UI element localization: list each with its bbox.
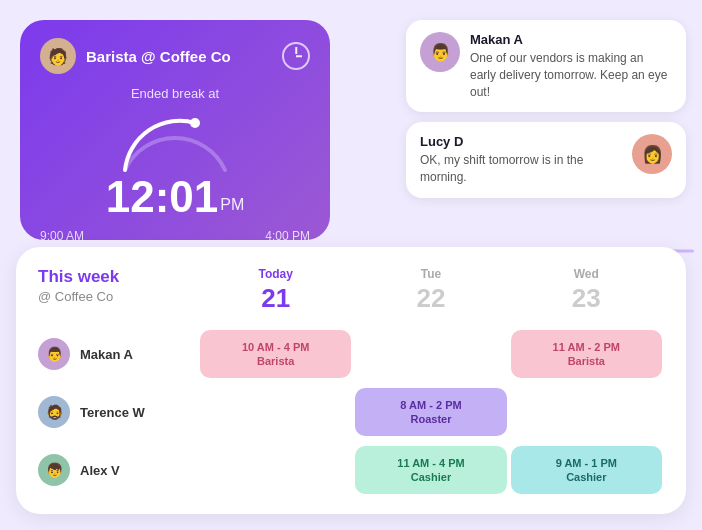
shift-terence-tue: 8 AM - 2 PMRoaster [355, 388, 506, 436]
svg-point-0 [190, 118, 200, 128]
shift-cells-makan: 10 AM - 4 PMBarista 11 AM - 2 PMBarista [198, 330, 664, 378]
avatar-lucy-chat: 👩 [632, 134, 672, 174]
chat-bubble-makan: 👨 Makan A One of our vendors is making a… [406, 20, 686, 112]
shift-alex-wed: 9 AM - 1 PMCashier [511, 446, 662, 494]
purple-card-title: Barista @ Coffee Co [86, 48, 231, 65]
chat-content-lucy: Lucy D OK, my shift tomorrow is in the m… [420, 134, 622, 186]
avatar-alex-schedule: 👦 [38, 454, 70, 486]
day-num-tue: 22 [353, 283, 508, 314]
person-info-terence: 🧔 Terence W [38, 396, 198, 428]
break-time-value: 12:01 [106, 175, 219, 219]
arc-container [115, 105, 235, 175]
scene: 🧑 Barista @ Coffee Co Ended break at 12:… [0, 0, 702, 530]
break-time-ampm: PM [220, 197, 244, 213]
day-num-today: 21 [198, 283, 353, 314]
shift-alex-today [200, 446, 351, 494]
purple-card: 🧑 Barista @ Coffee Co Ended break at 12:… [20, 20, 330, 240]
chat-message-lucy: OK, my shift tomorrow is in the morning. [420, 152, 622, 186]
shift-cells-alex: 11 AM - 4 PMCashier 9 AM - 1 PMCashier [198, 446, 664, 494]
time-start: 9:00 AM [40, 229, 84, 243]
avatar-makan-schedule: 👨 [38, 338, 70, 370]
day-label-wed: Wed [509, 267, 664, 281]
this-week-label: This week [38, 267, 198, 287]
schedule-row-alex: 👦 Alex V 11 AM - 4 PMCashier 9 AM - 1 PM… [38, 446, 664, 494]
break-time-display: 12:01 PM [40, 175, 310, 219]
shift-terence-today [200, 388, 351, 436]
person-name-makan: Makan A [80, 347, 133, 362]
avatar-barista: 🧑 [40, 38, 76, 74]
shift-makan-tue [355, 330, 506, 378]
chat-sender-makan: Makan A [470, 32, 672, 47]
chat-bubble-lucy: 👩 Lucy D OK, my shift tomorrow is in the… [406, 122, 686, 198]
time-end: 4:00 PM [265, 229, 310, 243]
day-label-today: Today [198, 267, 353, 281]
person-info-makan: 👨 Makan A [38, 338, 198, 370]
break-label: Ended break at [40, 86, 310, 101]
header-left: 🧑 Barista @ Coffee Co [40, 38, 231, 74]
schedule-title-area: This week @ Coffee Co [38, 267, 198, 314]
shift-terence-wed [511, 388, 662, 436]
person-name-alex: Alex V [80, 463, 120, 478]
chat-content-makan: Makan A One of our vendors is making an … [470, 32, 672, 100]
person-info-alex: 👦 Alex V [38, 454, 198, 486]
schedule-row-makan: 👨 Makan A 10 AM - 4 PMBarista 11 AM - 2 … [38, 330, 664, 378]
day-num-wed: 23 [509, 283, 664, 314]
time-range: 9:00 AM 4:00 PM [40, 229, 310, 243]
shift-alex-tue: 11 AM - 4 PMCashier [355, 446, 506, 494]
day-label-tue: Tue [353, 267, 508, 281]
chat-area: 👨 Makan A One of our vendors is making a… [406, 20, 686, 198]
shift-cells-terence: 8 AM - 2 PMRoaster [198, 388, 664, 436]
schedule-card: This week @ Coffee Co Today 21 Tue 22 We… [16, 247, 686, 514]
chat-message-makan: One of our vendors is making an early de… [470, 50, 672, 100]
day-col-wed: Wed 23 [509, 267, 664, 314]
person-name-terence: Terence W [80, 405, 145, 420]
schedule-row-terence: 🧔 Terence W 8 AM - 2 PMRoaster [38, 388, 664, 436]
purple-card-header: 🧑 Barista @ Coffee Co [40, 38, 310, 74]
schedule-header: This week @ Coffee Co Today 21 Tue 22 We… [38, 267, 664, 314]
schedule-rows: 👨 Makan A 10 AM - 4 PMBarista 11 AM - 2 … [38, 330, 664, 494]
day-col-tue: Tue 22 [353, 267, 508, 314]
shift-makan-today: 10 AM - 4 PMBarista [200, 330, 351, 378]
avatar-makan-chat: 👨 [420, 32, 460, 72]
break-info: Ended break at 12:01 PM [40, 86, 310, 219]
chat-sender-lucy: Lucy D [420, 134, 622, 149]
shift-makan-wed: 11 AM - 2 PMBarista [511, 330, 662, 378]
at-coffee-label: @ Coffee Co [38, 289, 198, 304]
day-columns: Today 21 Tue 22 Wed 23 [198, 267, 664, 314]
avatar-terence-schedule: 🧔 [38, 396, 70, 428]
clock-icon [282, 42, 310, 70]
day-col-today: Today 21 [198, 267, 353, 314]
